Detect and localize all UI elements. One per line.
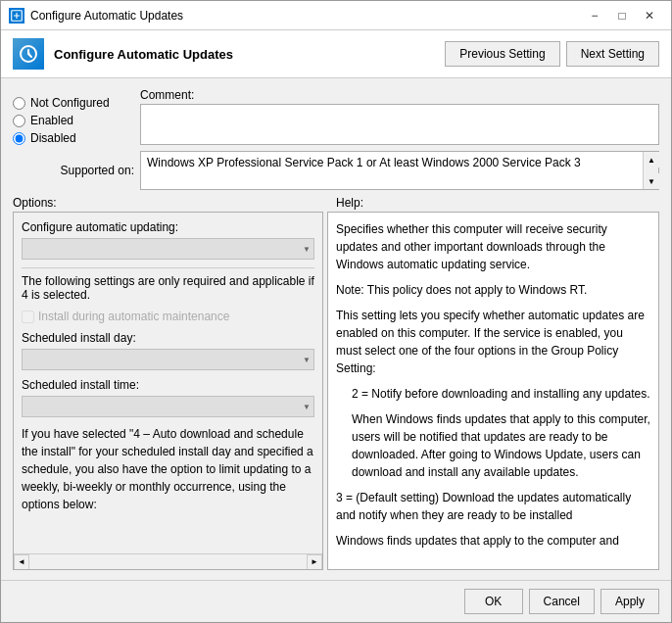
supported-label: Supported on:: [13, 151, 140, 190]
scroll-up-button[interactable]: ▲: [644, 152, 659, 168]
scheduled-time-label: Scheduled install time:: [22, 378, 314, 392]
radio-disabled-input[interactable]: [13, 132, 25, 145]
configure-label: Configure automatic updating:: [22, 220, 314, 234]
scroll-down-button[interactable]: ▼: [644, 173, 659, 189]
help-text-4: 2 = Notify before downloading and instal…: [336, 385, 650, 403]
title-bar: Configure Automatic Updates − □ ✕: [1, 1, 671, 30]
title-bar-controls: − □ ✕: [581, 2, 663, 29]
help-title: Help:: [336, 196, 659, 210]
apply-button[interactable]: Apply: [600, 589, 659, 614]
next-setting-button[interactable]: Next Setting: [566, 41, 659, 67]
radio-disabled[interactable]: Disabled: [13, 131, 140, 145]
horiz-scroll-track: [29, 554, 307, 569]
help-text-2: Note: This policy does not apply to Wind…: [336, 281, 650, 299]
main-window: Configure Automatic Updates − □ ✕ Config…: [0, 0, 672, 623]
header-bar: Configure Automatic Updates Previous Set…: [1, 30, 671, 78]
scheduled-time-dropdown-wrapper: [22, 396, 314, 417]
radio-enabled[interactable]: Enabled: [13, 114, 140, 127]
scheduled-day-dropdown[interactable]: [22, 349, 314, 370]
section-titles-row: Options: Help:: [13, 196, 659, 210]
radio-not-configured[interactable]: Not Configured: [13, 96, 140, 110]
options-section: Configure automatic updating: The follow…: [13, 212, 327, 570]
separator: [22, 267, 314, 268]
header-title: Configure Automatic Updates: [54, 47, 445, 62]
comment-textarea[interactable]: [140, 104, 659, 145]
window-icon: [9, 8, 24, 24]
radio-enabled-input[interactable]: [13, 115, 25, 127]
help-text-3: This setting lets you specify whether au…: [336, 307, 650, 377]
options-horizontal-scroll: ◄ ►: [14, 553, 322, 569]
close-button[interactable]: ✕: [636, 2, 663, 29]
maintenance-checkbox[interactable]: [22, 311, 34, 323]
top-sections: Not Configured Enabled Disabled Comment:: [13, 88, 659, 145]
scroll-left-button[interactable]: ◄: [14, 554, 29, 570]
radio-not-configured-input[interactable]: [13, 97, 25, 110]
header-buttons: Previous Setting Next Setting: [445, 41, 659, 67]
scheduled-time-dropdown[interactable]: [22, 396, 314, 417]
options-scroll-content[interactable]: Configure automatic updating: The follow…: [14, 213, 322, 553]
window-title: Configure Automatic Updates: [30, 9, 581, 23]
maintenance-checkbox-row: Install during automatic maintenance: [22, 310, 314, 323]
previous-setting-button[interactable]: Previous Setting: [445, 41, 559, 67]
cancel-button[interactable]: Cancel: [529, 589, 595, 614]
header-icon: [13, 38, 44, 70]
help-text-6: 3 = (Default setting) Download the updat…: [336, 489, 650, 524]
options-help-row: Configure automatic updating: The follow…: [13, 212, 659, 570]
scheduled-day-label: Scheduled install day:: [22, 331, 314, 345]
comment-label: Comment:: [140, 88, 659, 102]
maintenance-label: Install during automatic maintenance: [38, 310, 229, 323]
radio-group: Not Configured Enabled Disabled: [13, 92, 140, 145]
supported-content: Windows XP Professional Service Pack 1 o…: [140, 151, 659, 190]
content-area: Not Configured Enabled Disabled Comment:: [1, 78, 671, 580]
configure-dropdown-wrapper: [22, 238, 314, 260]
footer: OK Cancel Apply: [1, 580, 671, 622]
supported-value: Windows XP Professional Service Pack 1 o…: [147, 156, 581, 169]
help-text-7: Windows finds updates that apply to the …: [336, 532, 650, 550]
comment-section: Comment:: [140, 88, 659, 145]
supported-row: Supported on: Windows XP Professional Se…: [13, 151, 659, 190]
help-panel[interactable]: Specifies whether this computer will rec…: [327, 212, 659, 570]
options-panel: Configure automatic updating: The follow…: [13, 212, 323, 570]
supported-scrollbar: ▲ ▼: [643, 152, 658, 189]
help-text-5: When Windows finds updates that apply to…: [336, 410, 650, 481]
settings-note: The following settings are only required…: [22, 274, 314, 302]
ok-button[interactable]: OK: [464, 589, 523, 614]
help-text-1: Specifies whether this computer will rec…: [336, 220, 650, 273]
minimize-button[interactable]: −: [581, 2, 608, 29]
long-text: If you have selected "4 – Auto download …: [22, 425, 314, 513]
maximize-button[interactable]: □: [608, 2, 636, 29]
options-title: Options:: [13, 196, 336, 210]
scheduled-day-dropdown-wrapper: [22, 349, 314, 370]
configure-dropdown[interactable]: [22, 238, 314, 260]
scroll-right-button[interactable]: ►: [307, 554, 322, 570]
radio-group-section: Not Configured Enabled Disabled: [13, 88, 140, 145]
